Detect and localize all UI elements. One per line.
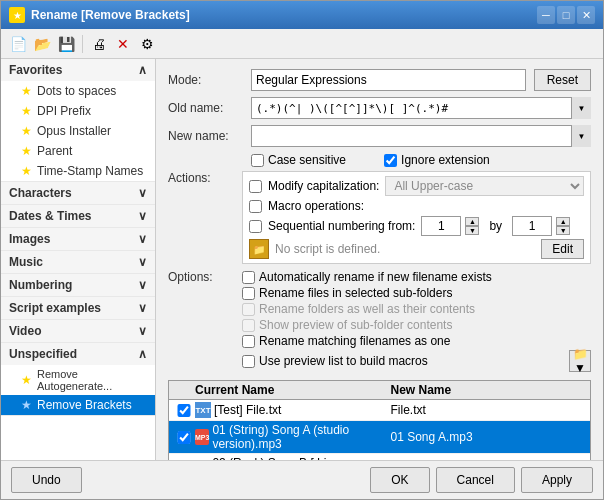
option-show-preview: Show preview of sub-folder contents: [242, 318, 591, 332]
new-name-input[interactable]: \1\4: [251, 125, 591, 147]
sidebar-section-dates-times: Dates & Times ∨: [1, 205, 155, 228]
sidebar-header-music[interactable]: Music ∨: [1, 251, 155, 273]
sidebar-header-dates-times[interactable]: Dates & Times ∨: [1, 205, 155, 227]
spin-up-by[interactable]: ▲: [556, 217, 570, 226]
new-name-row: New name: \1\4 ▼: [168, 125, 591, 147]
use-preview-checkbox[interactable]: [242, 355, 255, 368]
checkbox-row: Case sensitive Ignore extension: [168, 153, 591, 167]
file-row-checkbox[interactable]: [173, 404, 195, 417]
toolbar: 📄 📂 💾 🖨 ✕ ⚙: [1, 29, 603, 59]
sidebar-item-parent[interactable]: ★ Parent: [1, 141, 155, 161]
rename-as-one-checkbox[interactable]: [242, 335, 255, 348]
file-row-checkbox[interactable]: [173, 431, 195, 444]
star-icon: ★: [21, 398, 32, 412]
folder-browse-btn: 📁▼: [569, 350, 591, 372]
edit-button[interactable]: Edit: [541, 239, 584, 259]
rename-subfolders-checkbox[interactable]: [242, 287, 255, 300]
file-list-check-col: [173, 383, 195, 397]
sidebar-item-dpi-prefix[interactable]: ★ DPI Prefix: [1, 101, 155, 121]
rename-folders-checkbox[interactable]: [242, 303, 255, 316]
file-current-name: 01 (String) Song A (studio version).mp3: [212, 423, 390, 451]
main-panel: Mode: Regular Expressions Reset Old name…: [156, 59, 603, 460]
txt-icon: TXT: [195, 402, 211, 418]
file-list-row[interactable]: MP3 01 (String) Song A (studio version).…: [169, 421, 590, 454]
sidebar-item-opus-installer[interactable]: ★ Opus Installer: [1, 121, 155, 141]
sidebar-section-label: Music: [9, 255, 43, 269]
cancel-button[interactable]: Cancel: [436, 467, 515, 493]
maximize-button[interactable]: □: [557, 6, 575, 24]
sidebar-header-favorites[interactable]: Favorites ∧: [1, 59, 155, 81]
sidebar-item-remove-brackets[interactable]: ★ Remove Brackets: [1, 395, 155, 415]
spin-up-from[interactable]: ▲: [465, 217, 479, 226]
reset-button[interactable]: Reset: [534, 69, 591, 91]
option-auto-rename: Automatically rename if new filename exi…: [242, 270, 591, 284]
file-new-name: File.txt: [391, 403, 587, 417]
sidebar-section-label: Video: [9, 324, 41, 338]
file-list-row[interactable]: TXT [Test] File.txt File.txt: [169, 400, 590, 421]
old-name-dropdown[interactable]: ▼: [571, 97, 591, 119]
print-button[interactable]: 🖨: [88, 33, 110, 55]
chevron-down-icon: ∨: [138, 186, 147, 200]
sidebar-item-dots-to-spaces[interactable]: ★ Dots to spaces: [1, 81, 155, 101]
show-preview-checkbox[interactable]: [242, 319, 255, 332]
macro-checkbox[interactable]: [249, 200, 262, 213]
case-sensitive-label: Case sensitive: [268, 153, 346, 167]
title-bar: ★ Rename [Remove Brackets] ─ □ ✕: [1, 1, 603, 29]
new-name-dropdown[interactable]: ▼: [571, 125, 591, 147]
modify-cap-label: Modify capitalization:: [268, 179, 379, 193]
sidebar-header-images[interactable]: Images ∨: [1, 228, 155, 250]
new-button[interactable]: 📄: [7, 33, 29, 55]
options-label: Options:: [168, 270, 236, 374]
options-content: Automatically rename if new filename exi…: [242, 270, 591, 374]
sequential-from-input[interactable]: [421, 216, 461, 236]
old-name-label: Old name:: [168, 101, 243, 115]
old-name-input[interactable]: [251, 97, 591, 119]
sidebar-header-unspecified[interactable]: Unspecified ∧: [1, 343, 155, 365]
spin-down-by[interactable]: ▼: [556, 226, 570, 235]
actions-wrapper: Actions: Modify capitalization: All Uppe…: [168, 171, 591, 264]
ignore-extension-checkbox[interactable]: [384, 154, 397, 167]
sidebar-section-label: Unspecified: [9, 347, 77, 361]
sidebar-section-label: Characters: [9, 186, 72, 200]
delete-button[interactable]: ✕: [112, 33, 134, 55]
sidebar-section-label: Images: [9, 232, 50, 246]
bottom-right-buttons: OK Cancel Apply: [370, 467, 593, 493]
by-label: by: [489, 219, 502, 233]
save-button[interactable]: 💾: [55, 33, 77, 55]
close-button[interactable]: ✕: [577, 6, 595, 24]
sidebar-header-numbering[interactable]: Numbering ∨: [1, 274, 155, 296]
settings-button[interactable]: ⚙: [136, 33, 158, 55]
sequential-checkbox[interactable]: [249, 220, 262, 233]
mode-select[interactable]: Regular Expressions: [251, 69, 526, 91]
spin-down-from[interactable]: ▼: [465, 226, 479, 235]
window-icon: ★: [9, 7, 25, 23]
apply-button[interactable]: Apply: [521, 467, 593, 493]
case-sensitive-checkbox-item[interactable]: Case sensitive: [251, 153, 346, 167]
star-icon: ★: [21, 124, 32, 138]
spinbox-from-wrapper: ▲ ▼: [421, 216, 479, 236]
ignore-extension-label: Ignore extension: [401, 153, 490, 167]
sidebar-item-remove-autogenerate[interactable]: ★ Remove Autogenerate...: [1, 365, 155, 395]
sidebar-section-video: Video ∨: [1, 320, 155, 343]
ok-button[interactable]: OK: [370, 467, 429, 493]
rename-subfolders-label: Rename files in selected sub-folders: [259, 286, 452, 300]
sidebar-section-label: Numbering: [9, 278, 72, 292]
spin-btns-from: ▲ ▼: [465, 217, 479, 235]
modify-cap-checkbox[interactable]: [249, 180, 262, 193]
minimize-button[interactable]: ─: [537, 6, 555, 24]
sidebar-header-characters[interactable]: Characters ∨: [1, 182, 155, 204]
chevron-down-icon: ∨: [138, 301, 147, 315]
sequential-by-input[interactable]: [512, 216, 552, 236]
sidebar-item-timestamp-names[interactable]: ★ Time-Stamp Names: [1, 161, 155, 181]
auto-rename-checkbox[interactable]: [242, 271, 255, 284]
sidebar-header-video[interactable]: Video ∨: [1, 320, 155, 342]
case-sensitive-checkbox[interactable]: [251, 154, 264, 167]
modify-cap-select[interactable]: All Upper-case: [385, 176, 584, 196]
undo-button[interactable]: Undo: [11, 467, 82, 493]
open-button[interactable]: 📂: [31, 33, 53, 55]
sidebar-header-scripts[interactable]: Script examples ∨: [1, 297, 155, 319]
browse-button[interactable]: 📁▼: [569, 350, 591, 372]
window-title: Rename [Remove Brackets]: [31, 8, 190, 22]
ignore-extension-checkbox-item[interactable]: Ignore extension: [384, 153, 490, 167]
sidebar-section-music: Music ∨: [1, 251, 155, 274]
